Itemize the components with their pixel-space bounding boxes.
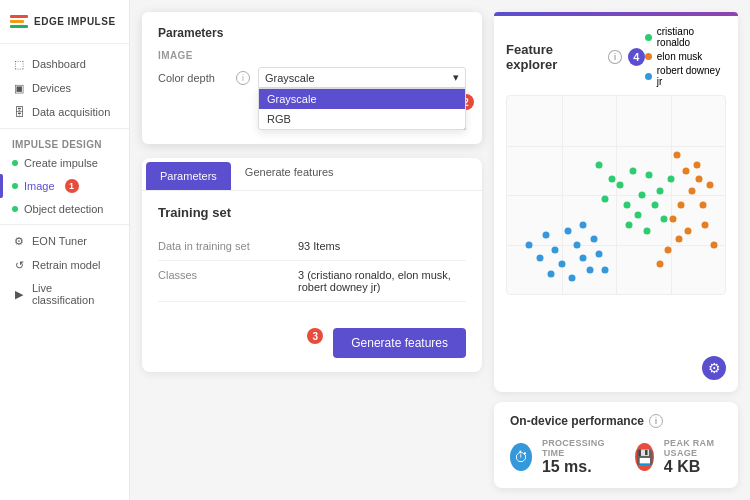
data-dot-11 [643,227,650,234]
data-dot-13 [667,176,674,183]
feature-title-text: Feature explorer [506,42,602,72]
data-dot-29 [656,261,663,268]
logo-bar-green [10,25,28,28]
perf-metrics: ⏱ PROCESSING TIME 15 ms. 💾 PEAK RAM USAG… [510,438,722,476]
status-dot [12,160,18,166]
sidebar-item-object-detection[interactable]: Object detection [0,198,129,220]
data-dot-2 [623,201,630,208]
legend-dot-1 [645,34,652,41]
ram-value: 4 KB [664,458,722,476]
bottom-panel-content: Training set Data in training set 93 Ite… [142,191,482,372]
live-icon: ▶ [12,287,26,301]
data-dot-22 [700,201,707,208]
settings-chart-button[interactable]: ⚙ [702,356,726,380]
data-dot-28 [711,241,718,248]
legend-dot-2 [645,53,652,60]
ram-info: PEAK RAM USAGE 4 KB [664,438,722,476]
dropdown-options: Grayscale RGB [258,88,466,130]
dropdown-selected-text: Grayscale [265,72,315,84]
legend-label-1: cristiano ronaldo [657,26,726,48]
data-dot-37 [586,267,593,274]
impulse-design-section: Impulse design [0,133,129,152]
sidebar-item-label: Object detection [24,203,104,215]
logo-bar-red [10,15,28,18]
color-depth-info-icon: i [236,71,250,85]
database-icon: 🗄 [12,105,26,119]
dropdown-option-grayscale[interactable]: Grayscale [259,89,465,109]
data-dot-9 [652,201,659,208]
logo-icon [10,15,28,28]
sidebar-item-label: Dashboard [32,58,86,70]
data-dot-43 [525,241,532,248]
feature-explorer-panel: Feature explorer i 4 cristiano ronaldo e… [494,12,738,392]
perf-info-icon: i [649,414,663,428]
badge-3: 3 [307,328,323,344]
legend-item-1: cristiano ronaldo [645,26,726,48]
data-in-training-row: Data in training set 93 Items [158,232,466,261]
sidebar-item-retrain-model[interactable]: ↺ Retrain model [0,253,129,277]
legend-label-3: robert downey jr [657,65,726,87]
data-dot-41 [547,271,554,278]
data-dot-33 [580,255,587,262]
sidebar-item-label: Image [24,180,55,192]
data-dot-19 [695,176,702,183]
logo-area: EDGE IMPULSE [0,0,129,44]
badge-1: 1 [65,179,79,193]
data-dot-20 [669,215,676,222]
sidebar-item-eon-tuner[interactable]: ⚙ EON Tuner [0,229,129,253]
sidebar-item-create-impulse[interactable]: Create impulse [0,152,129,174]
data-value: 93 Items [298,240,340,252]
dropdown-selected[interactable]: Grayscale ▾ [258,67,466,88]
perf-title-text: On-device performance [510,414,644,428]
badge-4: 4 [628,48,645,66]
on-device-performance-panel: On-device performance i ⏱ PROCESSING TIM… [494,402,738,488]
data-dot-36 [558,261,565,268]
color-depth-dropdown[interactable]: Grayscale ▾ Grayscale RGB 2 [258,67,466,88]
data-dot-26 [702,221,709,228]
status-dot [12,206,18,212]
legend-dot-3 [645,73,652,80]
data-dot-40 [595,251,602,258]
feature-title: Feature explorer i 4 [506,42,645,72]
data-dot-24 [706,182,713,189]
sidebar-item-label: Create impulse [24,157,98,169]
data-dot-14 [595,162,602,169]
legend-item-2: elon musk [645,51,726,62]
sidebar-item-label: EON Tuner [32,235,87,247]
data-dot-8 [602,195,609,202]
data-dot-34 [543,231,550,238]
classes-value: 3 (cristiano ronaldo, elon musk, robert … [298,269,466,293]
perf-title: On-device performance i [510,414,722,428]
data-dot-44 [580,221,587,228]
processing-info: PROCESSING TIME 15 ms. [542,438,611,476]
sidebar-item-dashboard[interactable]: ⬚ Dashboard [0,52,129,76]
right-panel: Feature explorer i 4 cristiano ronaldo e… [482,12,738,488]
tune-icon: ⚙ [12,234,26,248]
ram-icon: 💾 [635,443,654,471]
sidebar-item-data-acquisition[interactable]: 🗄 Data acquisition [0,100,129,124]
bottom-tabs: Parameters Generate features [142,158,482,191]
tab-parameters[interactable]: Parameters [146,162,231,190]
data-dot-25 [676,235,683,242]
ram-usage-metric: 💾 PEAK RAM USAGE 4 KB [635,438,722,476]
modal-title: Parameters [158,26,466,40]
sidebar-item-image[interactable]: Image 1 [0,174,129,198]
generate-features-button[interactable]: Generate features [333,328,466,358]
data-dot-38 [536,255,543,262]
sidebar-item-label: Retrain model [32,259,100,271]
sidebar-item-live-classification[interactable]: ▶ Live classification [0,277,129,311]
sidebar-item-devices[interactable]: ▣ Devices [0,76,129,100]
dropdown-option-rgb[interactable]: RGB [259,109,465,129]
classes-label: Classes [158,269,298,281]
bottom-parameters-panel: Parameters Generate features Training se… [142,158,482,372]
tab-generate-features[interactable]: Generate features [231,158,348,190]
data-dot-42 [602,267,609,274]
grid-icon: ⬚ [12,57,26,71]
data-dot-18 [678,201,685,208]
data-dot-35 [591,235,598,242]
sidebar-item-label: Live classification [32,282,117,306]
grid-line-v3 [671,96,672,294]
retrain-icon: ↺ [12,258,26,272]
color-depth-label: Color depth [158,72,228,84]
grid-line-v2 [616,96,617,294]
